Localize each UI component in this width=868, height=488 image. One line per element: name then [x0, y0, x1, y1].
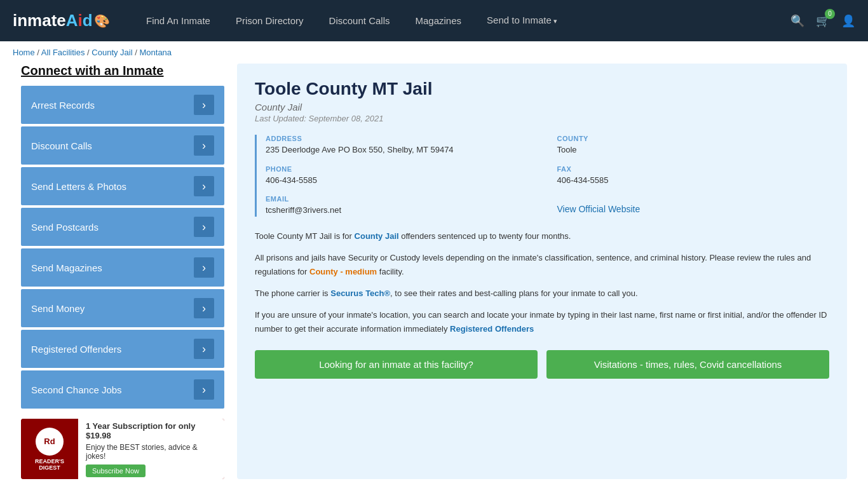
email-block: EMAIL tcsheriff@3rivers.net	[266, 195, 538, 217]
website-block: View Official Website	[557, 195, 830, 217]
chevron-right-icon: ›	[194, 176, 214, 196]
sidebar-item-send-money[interactable]: Send Money ›	[21, 289, 224, 327]
nav-prison-directory[interactable]: Prison Directory	[223, 0, 316, 41]
nav-find-inmate[interactable]: Find An Inmate	[133, 0, 223, 41]
header-icons: 🔍 🛒 0 👤	[790, 14, 855, 28]
chevron-right-icon: ›	[194, 379, 214, 400]
email-value: tcsheriff@3rivers.net	[266, 204, 538, 217]
info-grid: ADDRESS 235 Deerlodge Ave PO Box 550, Sh…	[266, 135, 829, 217]
sidebar-title: Connect with an Inmate	[21, 64, 224, 78]
ad-logo: Rd	[36, 428, 64, 456]
ad-subscribe-button[interactable]: Subscribe Now	[86, 464, 146, 477]
county-jail-link[interactable]: County Jail	[355, 231, 399, 241]
sidebar-ad[interactable]: Rd READER'S DIGEST 1 Year Subscription f…	[21, 419, 224, 479]
cart-icon[interactable]: 🛒 0	[816, 14, 830, 28]
nav-send-to-inmate[interactable]: Send to Inmate	[474, 0, 570, 42]
address-label: ADDRESS	[266, 135, 538, 142]
facility-last-updated: Last Updated: September 08, 2021	[255, 114, 829, 123]
sidebar-item-send-magazines[interactable]: Send Magazines ›	[21, 248, 224, 287]
breadcrumb-county-jail[interactable]: County Jail	[92, 48, 132, 57]
phone-label: PHONE	[266, 165, 538, 173]
cart-badge: 0	[825, 9, 835, 19]
county-medium-link[interactable]: County - medium	[309, 267, 377, 276]
description-section: Toole County MT Jail is for County Jail …	[255, 229, 829, 337]
search-icon[interactable]: 🔍	[790, 14, 804, 28]
sidebar-item-send-postcards[interactable]: Send Postcards ›	[21, 208, 224, 246]
fax-block: FAX 406-434-5585	[557, 165, 830, 187]
ad-content: 1 Year Subscription for only $19.98 Enjo…	[78, 419, 224, 479]
chevron-right-icon: ›	[194, 217, 214, 237]
address-block: ADDRESS 235 Deerlodge Ave PO Box 550, Sh…	[266, 135, 538, 156]
facility-subtitle: County Jail	[255, 102, 829, 112]
sidebar-item-send-letters[interactable]: Send Letters & Photos ›	[21, 167, 224, 205]
chevron-right-icon: ›	[194, 135, 214, 156]
breadcrumb: Home / All Facilities / County Jail / Mo…	[0, 41, 868, 64]
breadcrumb-all-facilities[interactable]: All Facilities	[41, 48, 85, 57]
nav-magazines[interactable]: Magazines	[402, 0, 474, 41]
main-content: Toole County MT Jail County Jail Last Up…	[237, 64, 847, 479]
phone-value: 406-434-5585	[266, 174, 538, 187]
desc-para-4: If you are unsure of your inmate's locat…	[255, 308, 829, 336]
registered-offenders-link[interactable]: Registered Offenders	[450, 324, 534, 334]
sidebar-item-second-chance-jobs[interactable]: Second Chance Jobs ›	[21, 370, 224, 409]
sidebar: Connect with an Inmate Arrest Records › …	[21, 64, 224, 479]
chevron-right-icon: ›	[194, 95, 214, 115]
county-block: COUNTY Toole	[557, 135, 830, 156]
user-icon[interactable]: 👤	[841, 14, 855, 28]
website-spacer	[557, 195, 830, 203]
chevron-right-icon: ›	[194, 298, 214, 318]
fax-label: FAX	[557, 165, 830, 173]
sidebar-item-discount-calls[interactable]: Discount Calls ›	[21, 126, 224, 165]
ad-title: 1 Year Subscription for only $19.98	[86, 421, 217, 440]
facility-title: Toole County MT Jail	[255, 79, 829, 99]
phone-block: PHONE 406-434-5585	[266, 165, 538, 187]
address-value: 235 Deerlodge Ave PO Box 550, Shelby, MT…	[266, 144, 538, 156]
securus-link[interactable]: Securus Tech®	[330, 288, 390, 298]
website-link[interactable]: View Official Website	[557, 204, 641, 214]
header: inmateAid 🎨 Find An Inmate Prison Direct…	[0, 0, 868, 41]
desc-para-1: Toole County MT Jail is for County Jail …	[255, 229, 829, 243]
fax-value: 406-434-5585	[557, 174, 830, 187]
info-divider: ADDRESS 235 Deerlodge Ave PO Box 550, Sh…	[255, 135, 829, 217]
ad-brand-section: Rd READER'S DIGEST	[21, 419, 78, 479]
desc-para-2: All prisons and jails have Security or C…	[255, 251, 829, 279]
chevron-right-icon: ›	[194, 339, 214, 359]
sidebar-menu: Arrest Records › Discount Calls › Send L…	[21, 86, 224, 409]
ad-subtitle: Enjoy the BEST stories, advice & jokes!	[86, 443, 217, 461]
main-nav: Find An Inmate Prison Directory Discount…	[133, 0, 771, 42]
visitations-button[interactable]: Visitations - times, rules, Covid cancel…	[546, 350, 829, 379]
desc-para-3: The phone carrier is Securus Tech®, to s…	[255, 287, 829, 301]
breadcrumb-home[interactable]: Home	[13, 48, 35, 57]
find-inmate-button[interactable]: Looking for an inmate at this facility?	[255, 350, 538, 379]
county-value: Toole	[557, 144, 830, 156]
sidebar-item-registered-offenders[interactable]: Registered Offenders ›	[21, 330, 224, 368]
county-label: COUNTY	[557, 135, 830, 142]
logo[interactable]: inmateAid 🎨	[13, 11, 114, 30]
action-buttons: Looking for an inmate at this facility? …	[255, 350, 829, 379]
sidebar-item-arrest-records[interactable]: Arrest Records ›	[21, 86, 224, 124]
breadcrumb-montana[interactable]: Montana	[139, 48, 172, 57]
chevron-right-icon: ›	[194, 257, 214, 278]
nav-discount-calls[interactable]: Discount Calls	[316, 0, 403, 41]
main-layout: Connect with an Inmate Arrest Records › …	[8, 64, 860, 488]
email-label: EMAIL	[266, 195, 538, 203]
